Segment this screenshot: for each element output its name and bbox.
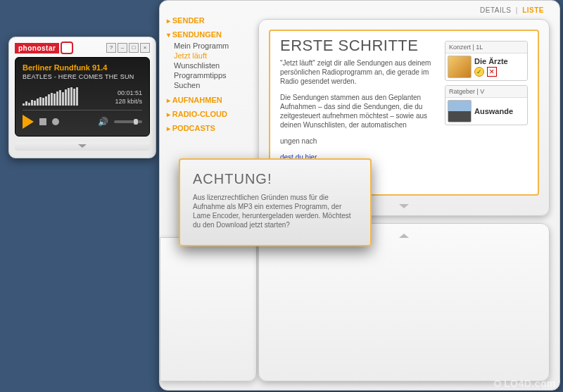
station-name: Berliner Rundfunk 91.4 (23, 63, 142, 72)
nav-radio-cloud[interactable]: RADIO-CLOUD (167, 110, 251, 118)
track-name: BEATLES - HERE COMES THE SUN (23, 73, 142, 80)
play-button[interactable] (23, 115, 34, 129)
watermark-icon (494, 380, 501, 387)
maximize-button[interactable]: □ (129, 43, 139, 53)
elapsed-time: 00:01:51 (115, 89, 142, 97)
visualizer-row: 00:01:51 128 kbit/s (23, 87, 142, 106)
nav-aufnahmen[interactable]: AUFNAHMEN (167, 96, 251, 104)
volume-slider[interactable] (114, 120, 142, 123)
side-item-2[interactable]: Ratgeber | V Auswande (445, 85, 528, 125)
watermark-text: LO4D.com (504, 378, 556, 389)
card-p1: "Jetzt läuft" zeigt dir alle Sendungen a… (280, 58, 438, 86)
time-info: 00:01:51 128 kbit/s (115, 89, 142, 106)
player-top: phonostar ? – □ × (15, 42, 150, 54)
side-item-1-title: Die Ärzte (474, 57, 508, 65)
volume-icon: 🔊 (98, 117, 108, 127)
logo-text: phonostar (15, 43, 59, 53)
card-title: ERSTE SCHRITTE (280, 41, 438, 50)
nav-mein-programm[interactable]: Mein Programm (174, 41, 251, 51)
nav-jetzt-laeuft[interactable]: Jetzt läuft (174, 51, 251, 61)
side-item-1[interactable]: Konzert | 1L Die Ärzte ✓ ✕ (445, 41, 528, 81)
watermark: LO4D.com (494, 378, 556, 389)
tab-liste[interactable]: LISTE (522, 6, 544, 14)
dialog-title: ACHTUNG! (193, 171, 358, 187)
player-window: phonostar ? – □ × Berliner Rundfunk 91.4… (8, 37, 156, 158)
side-item-2-title: Auswande (474, 107, 513, 115)
view-tabs: DETAILS | LISTE (480, 6, 544, 14)
tab-separator: | (516, 6, 518, 14)
thumbnail-icon (448, 56, 472, 78)
side-item-2-meta: Ratgeber | V (445, 86, 527, 98)
card-p2: Die Sendungen stammen aus den Geplanten … (280, 93, 438, 129)
help-button[interactable]: ? (106, 43, 116, 53)
sidebar-lower-panel (160, 237, 257, 381)
bitrate: 128 kbit/s (115, 97, 142, 106)
tab-details[interactable]: DETAILS (480, 6, 511, 14)
nav-programmtipps[interactable]: Programmtipps (174, 70, 251, 80)
logo-icon (61, 42, 73, 54)
window-controls: ? – □ × (106, 43, 150, 53)
nav-sendungen[interactable]: SENDUNGEN (167, 30, 251, 39)
close-button[interactable]: × (140, 43, 150, 53)
visualizer (23, 87, 78, 106)
card-p3: ungen nach (280, 137, 438, 146)
dialog-body: Aus lizenzrechtlichen Gründen muss für d… (193, 193, 358, 229)
divider (23, 110, 142, 110)
delete-icon[interactable]: ✕ (487, 67, 497, 77)
minimize-button[interactable]: – (118, 43, 127, 53)
sidebar: SENDER SENDUNGEN Mein Programm Jetzt läu… (160, 6, 254, 134)
nav-suchen[interactable]: Suchen (174, 80, 251, 90)
stop-button[interactable] (39, 118, 46, 125)
side-item-1-meta: Konzert | 1L (445, 42, 527, 53)
check-icon[interactable]: ✓ (474, 67, 484, 77)
logo: phonostar (15, 42, 73, 54)
player-expand-toggle[interactable] (15, 142, 150, 151)
attention-dialog: ACHTUNG! Aus lizenzrechtlichen Gründen m… (179, 158, 372, 246)
record-button[interactable] (52, 118, 59, 125)
nav-sender[interactable]: SENDER (167, 16, 251, 25)
nav-wunschlisten[interactable]: Wunschlisten (174, 61, 251, 70)
nav-sendungen-sub: Mein Programm Jetzt läuft Wunschlisten P… (174, 41, 251, 90)
card-side-items: Konzert | 1L Die Ärzte ✓ ✕ Ratgeber (445, 41, 528, 184)
nav-podcasts[interactable]: PODCASTS (167, 124, 251, 132)
player-display: Berliner Rundfunk 91.4 BEATLES - HERE CO… (15, 57, 150, 137)
player-controls: 🔊 (23, 115, 142, 129)
content-panel-lower (258, 223, 550, 381)
thumbnail-icon (448, 100, 472, 122)
